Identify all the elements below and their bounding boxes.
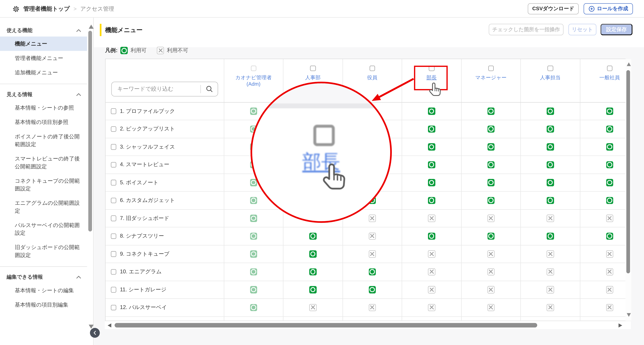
allowed-icon[interactable]: [428, 107, 435, 115]
row-checkbox[interactable]: [111, 287, 116, 292]
sidebar-item[interactable]: 基本情報・シートの参照: [0, 100, 87, 115]
allowed-icon[interactable]: [547, 125, 554, 132]
vertical-scrollbar-thumb[interactable]: [626, 70, 630, 273]
not-allowed-icon[interactable]: [368, 304, 376, 311]
column-label[interactable]: 人事部: [305, 74, 320, 81]
column-checkbox[interactable]: [429, 65, 434, 71]
allowed-icon[interactable]: [309, 286, 316, 293]
column-checkbox[interactable]: [310, 65, 316, 71]
allowed-icon[interactable]: [250, 197, 257, 204]
allowed-icon[interactable]: [487, 143, 494, 150]
allowed-icon[interactable]: [487, 125, 494, 132]
sidebar-item[interactable]: 機能メニュー: [0, 36, 87, 51]
not-allowed-icon[interactable]: [547, 286, 554, 293]
sidebar-section-header[interactable]: 使える機能: [0, 24, 87, 36]
scroll-right-arrow[interactable]: [618, 323, 622, 328]
allowed-icon[interactable]: [309, 125, 316, 132]
allowed-icon[interactable]: [487, 161, 494, 168]
allowed-icon[interactable]: [487, 107, 494, 115]
not-allowed-icon[interactable]: [547, 304, 554, 311]
csv-download-button[interactable]: CSVダウンロード: [528, 3, 579, 14]
allowed-icon[interactable]: [250, 125, 257, 132]
allowed-icon[interactable]: [250, 179, 257, 186]
allowed-icon[interactable]: [368, 179, 376, 186]
save-settings-button[interactable]: 設定保存: [600, 24, 632, 35]
not-allowed-icon[interactable]: [428, 268, 435, 275]
allowed-icon[interactable]: [606, 125, 613, 132]
allowed-icon[interactable]: [428, 125, 435, 132]
scroll-down-arrow[interactable]: [627, 313, 631, 317]
sidebar-item[interactable]: 旧ダッシュボードの公開範囲設定: [0, 240, 87, 262]
allowed-icon[interactable]: [250, 304, 257, 311]
row-checkbox[interactable]: [111, 215, 116, 221]
allowed-icon[interactable]: [309, 161, 316, 168]
allowed-icon[interactable]: [606, 233, 613, 240]
not-allowed-icon[interactable]: [428, 250, 435, 258]
not-allowed-icon[interactable]: [606, 268, 613, 275]
sidebar-collapse-button[interactable]: [90, 328, 100, 338]
column-checkbox[interactable]: [488, 65, 494, 71]
not-allowed-icon[interactable]: [547, 268, 554, 275]
allowed-icon[interactable]: [547, 197, 554, 204]
allowed-icon[interactable]: [606, 107, 613, 115]
not-allowed-icon[interactable]: [428, 304, 435, 311]
sidebar-scroll-up-arrow[interactable]: [89, 24, 94, 29]
allowed-icon[interactable]: [368, 161, 376, 168]
allowed-icon[interactable]: [250, 107, 257, 115]
row-checkbox[interactable]: [111, 162, 116, 167]
not-allowed-icon[interactable]: [309, 215, 316, 222]
not-allowed-icon[interactable]: [487, 268, 494, 275]
allowed-icon[interactable]: [606, 161, 613, 168]
allowed-icon[interactable]: [547, 161, 554, 168]
sidebar-item[interactable]: 基本情報の項目別編集: [0, 298, 87, 312]
allowed-icon[interactable]: [487, 197, 494, 204]
not-allowed-icon[interactable]: [368, 250, 376, 258]
allowed-icon[interactable]: [428, 161, 435, 168]
allowed-icon[interactable]: [250, 143, 257, 150]
allowed-icon[interactable]: [250, 250, 257, 258]
scroll-left-arrow[interactable]: [108, 323, 111, 328]
not-allowed-icon[interactable]: [428, 215, 435, 222]
not-allowed-icon[interactable]: [606, 304, 613, 311]
sidebar-item[interactable]: パルスサーベイの公開範囲設定: [0, 218, 87, 240]
row-checkbox[interactable]: [111, 144, 116, 150]
column-label[interactable]: マネージャー: [475, 74, 506, 81]
not-allowed-icon[interactable]: [428, 286, 435, 293]
not-allowed-icon[interactable]: [368, 215, 376, 222]
allowed-icon[interactable]: [368, 268, 376, 275]
allowed-icon[interactable]: [547, 143, 554, 150]
sidebar-section-header[interactable]: 見える情報: [0, 88, 87, 100]
allowed-icon[interactable]: [368, 197, 376, 204]
reset-button[interactable]: リセット: [568, 24, 596, 35]
not-allowed-icon[interactable]: [487, 304, 494, 311]
allowed-icon[interactable]: [250, 161, 257, 168]
allowed-icon[interactable]: [250, 215, 257, 222]
sidebar-item[interactable]: 基本情報・シートの編集: [0, 283, 87, 298]
sidebar-section-header[interactable]: 編集できる情報: [0, 271, 87, 283]
allowed-icon[interactable]: [547, 107, 554, 115]
allowed-icon[interactable]: [606, 179, 613, 186]
allowed-icon[interactable]: [428, 179, 435, 186]
not-allowed-icon[interactable]: [309, 304, 316, 311]
bulk-operation-button[interactable]: チェックした箇所を一括操作: [489, 24, 564, 35]
column-checkbox[interactable]: [370, 65, 375, 71]
column-label[interactable]: 役員: [367, 74, 377, 81]
column-label[interactable]: 部長: [426, 74, 436, 81]
sidebar-item[interactable]: コネクトキューブの公開範囲設定: [0, 174, 87, 196]
allowed-icon[interactable]: [547, 233, 554, 240]
not-allowed-icon[interactable]: [487, 250, 494, 258]
scroll-up-arrow[interactable]: [627, 62, 631, 66]
allowed-icon[interactable]: [368, 286, 376, 293]
allowed-icon[interactable]: [309, 143, 316, 150]
search-icon[interactable]: [205, 85, 213, 94]
sidebar-item[interactable]: エニアグラムの公開範囲設定: [0, 196, 87, 218]
allowed-icon[interactable]: [428, 233, 435, 240]
allowed-icon[interactable]: [309, 268, 316, 275]
allowed-icon[interactable]: [606, 143, 613, 150]
row-checkbox[interactable]: [111, 126, 116, 132]
keyword-filter-input[interactable]: [111, 81, 218, 96]
column-label[interactable]: カオナビ管理者(Adm): [235, 74, 272, 87]
allowed-icon[interactable]: [487, 233, 494, 240]
not-allowed-icon[interactable]: [487, 286, 494, 293]
allowed-icon[interactable]: [368, 107, 376, 115]
